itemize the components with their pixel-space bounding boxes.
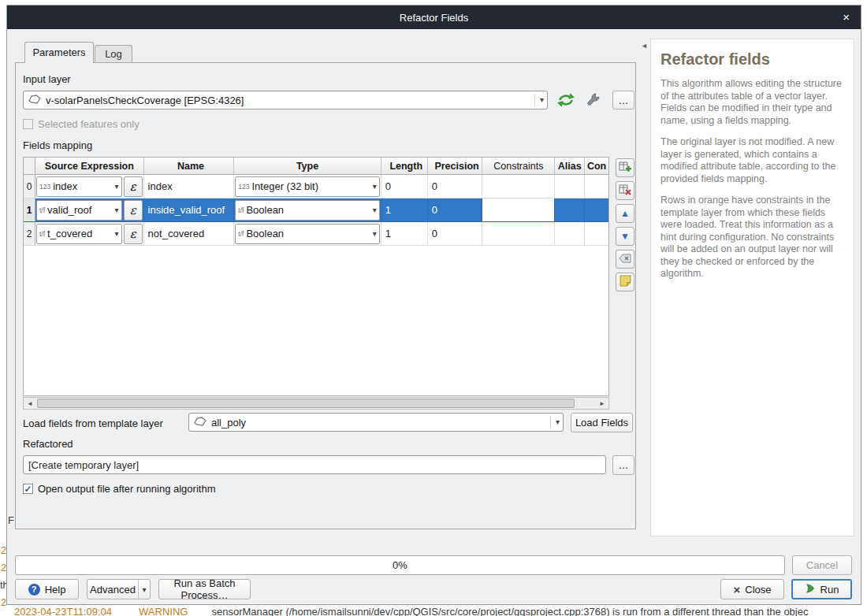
dropdown-arrow-icon[interactable]: ▾ [373,229,377,238]
field-type-bool-icon: t/f [238,230,244,238]
reset-fields-button[interactable] [616,273,634,291]
name-cell[interactable]: index [144,175,235,199]
help-paragraph: The original layer is not modified. A ne… [660,136,844,185]
tab-log[interactable]: Log [95,45,132,63]
invert-selection-button[interactable] [616,250,634,269]
log-timestamp: 2023-04-23T11:09:04 [14,606,112,616]
dropdown-arrow-icon[interactable]: ▾ [534,94,544,106]
table-row: 2 t/f t_covered ▾ ε not_covered t/f [24,222,608,246]
open-output-checkbox[interactable]: ✓ [23,484,33,494]
close-button[interactable]: × Close [720,579,784,599]
help-icon: ? [28,584,40,596]
help-button[interactable]: ? Help [15,579,79,599]
dropdown-arrow-icon[interactable]: ▾ [115,182,119,191]
selected-features-checkbox[interactable] [23,119,33,129]
length-cell[interactable]: 1 [381,222,428,246]
constraints-cell[interactable] [482,199,555,222]
advanced-button[interactable]: Advanced ▾ [87,579,151,599]
log-message: sensorManager (/home/ismailsunni/dev/cpp… [211,606,808,616]
input-layer-browse-button[interactable]: … [612,91,634,109]
row-number[interactable]: 2 [24,222,35,246]
dialog-title: Refactor Fields [400,12,468,24]
refactor-fields-dialog: Refactor Fields × F Parameters Log ◄ Inp… [6,5,861,605]
collapse-panel-icon[interactable]: ◄ [641,42,648,50]
table-horizontal-scrollbar[interactable]: ◄ ► [23,397,609,410]
refactored-browse-button[interactable]: … [612,455,634,475]
add-field-button[interactable] [616,158,634,177]
move-down-icon: ▼ [620,232,630,241]
scrollbar-thumb[interactable] [37,399,575,408]
selected-features-label: Selected features only [38,118,140,130]
refactored-label: Refactored [23,438,73,450]
move-down-button[interactable]: ▼ [616,227,634,246]
precision-cell[interactable]: 0 [428,199,483,222]
dropdown-arrow-icon[interactable]: ▾ [373,206,377,214]
type-combo[interactable]: 123 Integer (32 bit) ▾ [235,176,379,197]
length-cell[interactable]: 0 [381,175,428,199]
type-cell: t/f Boolean ▾ [234,222,381,246]
type-combo[interactable]: t/f Boolean ▾ [235,200,379,221]
input-layer-value: v-solarPanelsCheckCoverage [EPSG:4326] [46,95,530,106]
expression-builder-button[interactable]: ε [124,200,143,221]
column-header-name: Name [144,158,235,175]
column-header-alias: Alias [555,158,585,175]
row-number[interactable]: 1 [24,199,35,222]
alias-cell[interactable] [555,222,585,246]
scroll-right-icon[interactable]: ► [596,398,608,409]
delete-field-button[interactable] [616,181,634,200]
name-cell[interactable]: inside_valid_roof [144,199,235,222]
move-up-icon: ▲ [620,209,630,218]
source-expression-combo[interactable]: t/f valid_roof ▾ [36,200,122,221]
name-cell[interactable]: not_covered [144,222,235,246]
chevron-down-icon[interactable]: ▾ [138,580,150,599]
alias-cell[interactable] [555,175,585,199]
run-icon [805,583,816,596]
table-row: 0 123 index ▾ ε index 123 Integer (3 [24,175,608,199]
template-layer-combo[interactable]: all_poly ▾ [188,413,564,432]
row-number[interactable]: 0 [24,175,35,199]
scrollbar-track[interactable] [36,398,596,409]
run-as-batch-button[interactable]: Run as Batch Process… [158,579,251,599]
cancel-button[interactable]: Cancel [792,555,852,575]
titlebar-close-icon[interactable]: × [843,6,850,29]
move-up-button[interactable]: ▲ [616,204,634,223]
column-header-index [24,158,35,175]
column-header-constraints: Constraints [482,158,555,175]
column-header-comment: Con [585,158,608,175]
input-layer-combo[interactable]: v-solarPanelsCheckCoverage [EPSG:4326] ▾ [23,91,548,109]
alias-cell[interactable] [555,199,585,222]
clipped-glyph: F [8,514,14,526]
help-panel: Refactor fields This algorithm allows ed… [650,39,854,536]
constraints-cell[interactable] [482,175,555,199]
refactored-output-input[interactable] [23,455,606,474]
type-combo[interactable]: t/f Boolean ▾ [235,224,379,244]
advanced-options-wrench-icon[interactable] [586,92,601,110]
scroll-left-icon[interactable]: ◄ [24,398,36,409]
constraints-cell[interactable] [482,222,555,246]
comment-cell[interactable] [585,199,608,222]
expression-builder-button[interactable]: ε [124,224,143,244]
dialog-titlebar[interactable]: Refactor Fields × [7,6,861,29]
source-expression-cell: t/f valid_roof ▾ ε [35,199,144,222]
expression-builder-button[interactable]: ε [124,176,143,197]
progress-bar: 0% [15,555,785,575]
run-button[interactable]: Run [791,579,852,599]
open-output-label: Open output file after running algorithm [38,483,215,495]
background-log-line: 2023-04-23T11:09:04WARNINGsensorManager … [14,606,808,616]
dropdown-arrow-icon[interactable]: ▾ [550,416,560,428]
precision-cell[interactable]: 0 [428,175,483,199]
comment-cell[interactable] [585,175,608,199]
help-paragraph: This algorithm allows editing the struct… [660,78,844,127]
load-fields-button[interactable]: Load Fields [571,413,633,432]
dropdown-arrow-icon[interactable]: ▾ [115,229,119,238]
source-expression-combo[interactable]: 123 index ▾ [36,176,122,197]
dropdown-arrow-icon[interactable]: ▾ [373,182,377,191]
precision-cell[interactable]: 0 [428,222,483,246]
iterate-over-layer-icon[interactable] [556,91,575,111]
source-expression-combo[interactable]: t/f t_covered ▾ [36,224,122,244]
field-type-bool-icon: t/f [39,206,45,214]
dropdown-arrow-icon[interactable]: ▾ [115,206,119,214]
comment-cell[interactable] [585,222,608,246]
length-cell[interactable]: 1 [381,199,428,222]
tab-parameters[interactable]: Parameters [24,42,94,63]
